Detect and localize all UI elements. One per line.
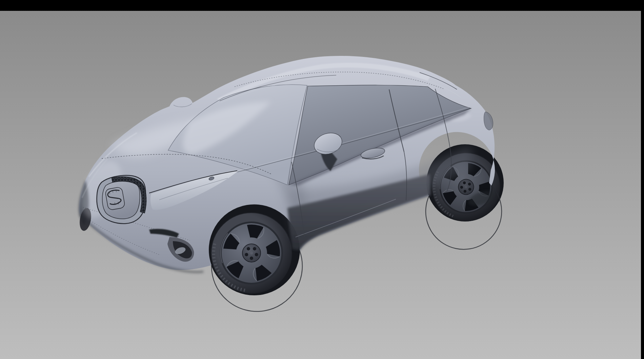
car-render: [0, 0, 644, 359]
grille: [97, 175, 146, 224]
letterbox-top: [0, 0, 644, 11]
front-wheel: [211, 213, 292, 293]
letterbox-right: [641, 0, 644, 359]
seat-emblem-icon: [105, 187, 125, 210]
viewport-3d[interactable]: [0, 0, 644, 359]
